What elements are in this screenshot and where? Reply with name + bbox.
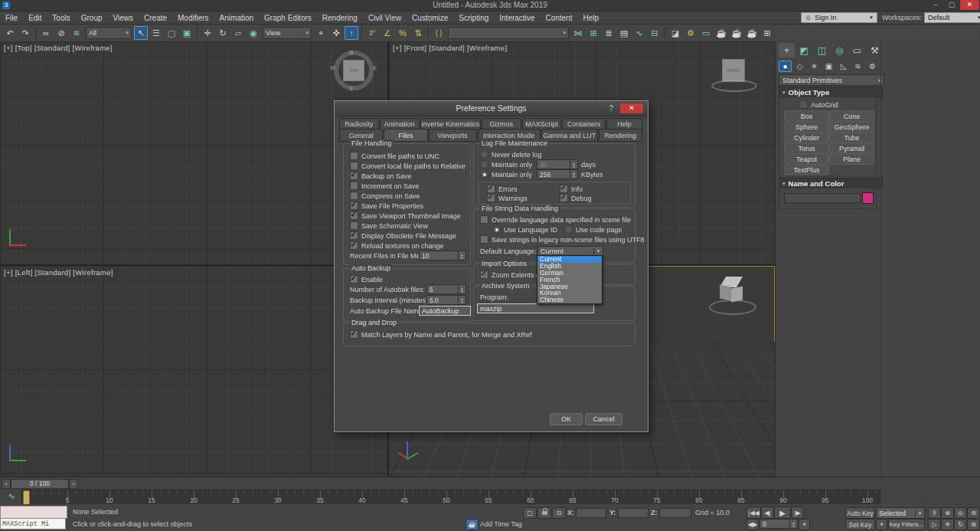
category-systems-icon[interactable]: ⚙ [866, 61, 879, 72]
next-frame-button[interactable]: > [69, 479, 78, 489]
object-name-input[interactable] [784, 193, 861, 203]
menu-interactive[interactable]: Interactive [494, 12, 540, 24]
compass-west[interactable]: W [330, 65, 335, 70]
maintain-kbytes-radio[interactable] [480, 170, 488, 179]
checkbox[interactable] [350, 202, 358, 210]
compass-north[interactable]: N [349, 50, 353, 55]
button-geosphere[interactable]: GeoSphere [829, 121, 874, 133]
object-color-swatch[interactable] [862, 192, 874, 204]
viewcube-compass[interactable]: N S W E TOP [334, 51, 374, 90]
zoom-extents-all-icon[interactable]: ⊚ [967, 507, 980, 519]
button-sphere[interactable]: Sphere [784, 121, 829, 133]
never-delete-radio[interactable] [480, 150, 488, 159]
y-coordinate-field[interactable] [618, 508, 648, 518]
button-box[interactable]: Box [784, 110, 829, 122]
orbit-icon[interactable]: ↻ [954, 519, 967, 530]
menu-tools[interactable]: Tools [47, 12, 75, 24]
viewcube-3d[interactable] [707, 272, 756, 326]
match-layers-checkbox[interactable] [350, 330, 358, 339]
option-chinese[interactable]: Chinese [537, 297, 602, 303]
workspaces-dropdown[interactable]: Default ▼ [924, 12, 980, 23]
pan-icon[interactable]: ✛ [941, 519, 954, 530]
button-cylinder[interactable]: Cylinder [784, 132, 829, 143]
category-shapes-icon[interactable]: ◇ [793, 61, 806, 72]
errors-checkbox[interactable] [487, 185, 495, 193]
menu-edit[interactable]: Edit [23, 12, 47, 24]
previous-frame-button[interactable]: ◀| [761, 506, 774, 519]
menu-group[interactable]: Group [76, 12, 108, 24]
cancel-button[interactable]: Cancel [585, 413, 622, 425]
compass-east[interactable]: E [373, 65, 377, 70]
viewport-left-label[interactable]: [+] [Left] [Standard] [Wireframe] [4, 268, 113, 277]
viewport-top[interactable]: [+] [Top] [Standard] [Wireframe] N S W E… [0, 41, 387, 264]
render-iterative-icon[interactable]: ☕ [730, 26, 743, 40]
maximize-viewport-icon[interactable]: ⊞ [967, 519, 980, 530]
spinner-arrows[interactable]: ▴▾ [789, 520, 797, 528]
checkbox[interactable] [350, 182, 358, 190]
spinner-arrows[interactable]: ▴▾ [570, 170, 577, 179]
checkbox[interactable] [350, 231, 358, 240]
backup-interval-spinner[interactable]: 5.0 ▴▾ [426, 295, 466, 305]
angle-snap-icon[interactable]: ∠ [381, 26, 394, 40]
named-selection-dropdown[interactable]: ▾ [448, 27, 569, 39]
category-geometry-icon[interactable]: ● [779, 61, 792, 72]
zoom-extents-checkbox[interactable] [480, 270, 488, 279]
undo-icon[interactable]: ↶ [3, 26, 17, 40]
select-and-move-icon[interactable]: ✛ [201, 26, 214, 40]
ribbon-toggle-icon[interactable]: ▤ [617, 26, 631, 40]
menu-modifiers[interactable]: Modifiers [172, 12, 214, 24]
category-spacewarps-icon[interactable]: ≋ [851, 61, 864, 72]
enable-checkbox[interactable] [350, 275, 358, 284]
play-button[interactable]: ▶ [774, 506, 791, 519]
button-cone[interactable]: Cone [829, 110, 874, 122]
utf8-checkbox[interactable] [480, 235, 488, 244]
selected-filter-dropdown[interactable]: Selected ▾ [876, 507, 925, 519]
mirror-icon[interactable]: ⋈ [571, 26, 585, 40]
set-key-mode-icon[interactable]: ✦ [876, 519, 887, 530]
align-icon[interactable]: ⊞ [586, 26, 600, 40]
zoom-icon[interactable]: ⚲ [928, 507, 941, 519]
menu-scripting[interactable]: Scripting [453, 12, 494, 24]
selection-filter-dropdown[interactable]: All▾ [86, 27, 132, 39]
archive-program-input[interactable]: maxzip [477, 303, 594, 313]
tab-viewports[interactable]: Viewports [429, 129, 477, 142]
viewport-top-label[interactable]: [+] [Top] [Standard] [Wireframe] [4, 44, 113, 52]
maximize-button[interactable]: ▢ [945, 0, 959, 10]
checkbox[interactable] [350, 172, 358, 180]
dialog-title-bar[interactable]: Preference Settings ? ✕ [335, 101, 648, 116]
checkbox[interactable] [350, 192, 358, 200]
category-cameras-icon[interactable]: ▣ [822, 61, 835, 72]
spinner-arrows[interactable]: ▴▾ [458, 296, 466, 304]
z-coordinate-field[interactable] [659, 508, 691, 518]
render-in-cloud-icon[interactable]: ☕ [745, 26, 759, 40]
time-slider[interactable]: 0 / 100 [11, 479, 69, 489]
select-and-link-icon[interactable]: ∞ [39, 26, 53, 40]
dialog-close-button[interactable]: ✕ [620, 103, 643, 113]
prev-frame-button[interactable]: < [2, 479, 11, 489]
menu-civil-view[interactable]: Civil View [363, 12, 407, 24]
checkbox[interactable] [350, 162, 358, 170]
autobak-files-spinner[interactable]: 5 ▴▾ [426, 284, 466, 294]
button-teapot[interactable]: Teapot [784, 153, 829, 165]
absolute-offset-icon[interactable]: ⊡ [552, 507, 566, 519]
checkbox[interactable] [350, 152, 358, 160]
tab-rendering[interactable]: Rendering [599, 129, 642, 142]
checkbox[interactable] [350, 211, 358, 220]
use-code-page-radio[interactable] [564, 225, 573, 234]
select-object-icon[interactable]: ↖ [134, 26, 148, 40]
select-and-scale-icon[interactable]: ▱ [231, 26, 245, 40]
current-frame-spinner[interactable]: 0 ▴▾ [760, 519, 798, 529]
select-by-name-icon[interactable]: ☰ [149, 26, 163, 40]
viewcube[interactable]: FRONT [710, 55, 756, 101]
close-button[interactable]: ✕ [960, 0, 979, 10]
next-frame-button[interactable]: |▶ [791, 506, 804, 519]
maxscript-mini-listener-top[interactable] [0, 506, 67, 519]
named-selection-sets-icon[interactable]: { } [432, 26, 446, 40]
tab-display[interactable]: ▭ [849, 43, 865, 57]
selection-lock-icon[interactable] [537, 507, 551, 519]
render-setup-icon[interactable]: ⚙ [684, 26, 697, 40]
unlink-selection-icon[interactable]: ⊘ [54, 26, 68, 40]
key-icon[interactable]: ✦ [799, 519, 810, 530]
select-and-manipulate-icon[interactable]: ✜ [329, 26, 343, 40]
select-and-rotate-icon[interactable]: ↻ [216, 26, 230, 40]
